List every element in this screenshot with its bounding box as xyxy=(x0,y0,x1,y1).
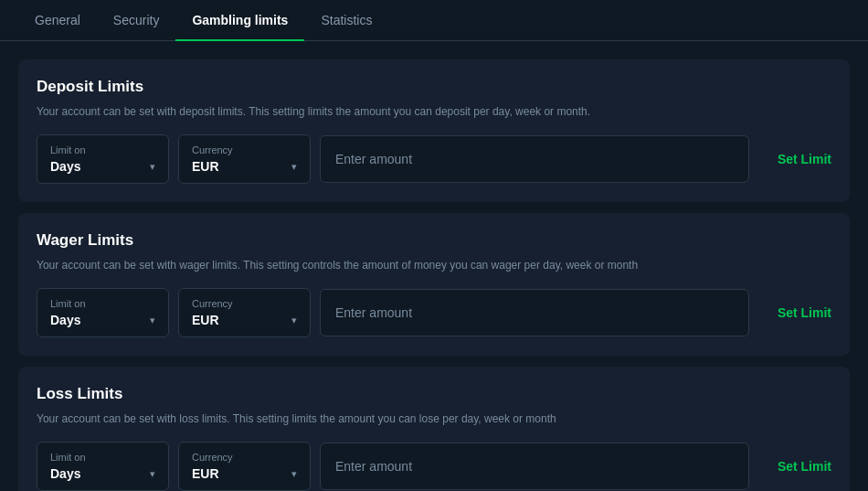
loss-currency-dropdown[interactable]: Currency EUR ▾ xyxy=(178,442,311,491)
wager-set-limit-button[interactable]: Set Limit xyxy=(758,293,831,333)
wager-currency-label: Currency xyxy=(192,298,297,309)
deposit-limit-on-chevron-icon: ▾ xyxy=(150,161,155,173)
loss-limits-controls: Limit on Days ▾ Currency EUR ▾ Set Limit xyxy=(37,442,831,491)
loss-limits-section: Loss Limits Your account can be set with… xyxy=(18,367,850,491)
deposit-currency-dropdown[interactable]: Currency EUR ▾ xyxy=(178,134,311,184)
deposit-currency-chevron-icon: ▾ xyxy=(291,161,297,173)
loss-set-limit-button[interactable]: Set Limit xyxy=(758,446,831,486)
loss-limits-desc: Your account can be set with loss limits… xyxy=(37,411,831,427)
tab-general[interactable]: General xyxy=(18,0,97,40)
deposit-limits-section: Deposit Limits Your account can be set w… xyxy=(18,59,850,202)
wager-limit-on-dropdown[interactable]: Limit on Days ▾ xyxy=(37,288,169,337)
wager-limits-controls: Limit on Days ▾ Currency EUR ▾ Set Limit xyxy=(37,288,831,337)
deposit-limit-on-label: Limit on xyxy=(50,144,155,155)
wager-currency-value-row: EUR ▾ xyxy=(192,313,297,327)
wager-limit-on-label: Limit on xyxy=(50,298,155,309)
tab-statistics[interactable]: Statistics xyxy=(304,0,388,40)
loss-limit-on-label: Limit on xyxy=(50,452,155,463)
deposit-currency-value: EUR xyxy=(192,159,219,174)
loss-currency-label: Currency xyxy=(192,452,297,463)
deposit-limits-title: Deposit Limits xyxy=(37,78,831,96)
wager-limits-desc: Your account can be set with wager limit… xyxy=(37,257,831,273)
deposit-limits-desc: Your account can be set with deposit lim… xyxy=(37,103,831,120)
loss-limit-on-value-row: Days ▾ xyxy=(50,466,155,481)
loss-limit-on-value: Days xyxy=(50,466,80,481)
loss-currency-value-row: EUR ▾ xyxy=(192,466,297,481)
wager-currency-value: EUR xyxy=(192,313,219,327)
wager-amount-input[interactable] xyxy=(320,289,749,336)
loss-limits-title: Loss Limits xyxy=(37,385,831,403)
deposit-limit-on-value: Days xyxy=(50,159,80,174)
navigation-tabs: General Security Gambling limits Statist… xyxy=(0,0,868,41)
wager-currency-chevron-icon: ▾ xyxy=(291,315,297,326)
wager-limits-section: Wager Limits Your account can be set wit… xyxy=(18,213,850,356)
tab-security[interactable]: Security xyxy=(97,0,176,40)
loss-limit-on-dropdown[interactable]: Limit on Days ▾ xyxy=(37,442,169,491)
wager-limits-title: Wager Limits xyxy=(37,231,831,250)
deposit-currency-label: Currency xyxy=(192,144,297,155)
loss-limit-on-chevron-icon: ▾ xyxy=(150,468,155,480)
wager-currency-dropdown[interactable]: Currency EUR ▾ xyxy=(178,288,311,337)
main-content: Deposit Limits Your account can be set w… xyxy=(0,41,868,491)
deposit-limit-on-dropdown[interactable]: Limit on Days ▾ xyxy=(37,134,169,184)
loss-amount-input[interactable] xyxy=(320,443,749,490)
deposit-set-limit-button[interactable]: Set Limit xyxy=(758,139,831,179)
wager-limit-on-value-row: Days ▾ xyxy=(50,313,155,327)
deposit-currency-value-row: EUR ▾ xyxy=(192,159,297,174)
tab-gambling-limits[interactable]: Gambling limits xyxy=(175,0,304,40)
deposit-limit-on-value-row: Days ▾ xyxy=(50,159,155,174)
loss-currency-value: EUR xyxy=(192,466,219,481)
deposit-amount-input[interactable] xyxy=(320,135,749,183)
loss-currency-chevron-icon: ▾ xyxy=(291,468,297,480)
wager-limit-on-chevron-icon: ▾ xyxy=(150,315,155,326)
wager-limit-on-value: Days xyxy=(50,313,80,327)
deposit-limits-controls: Limit on Days ▾ Currency EUR ▾ Set Limit xyxy=(37,134,831,184)
